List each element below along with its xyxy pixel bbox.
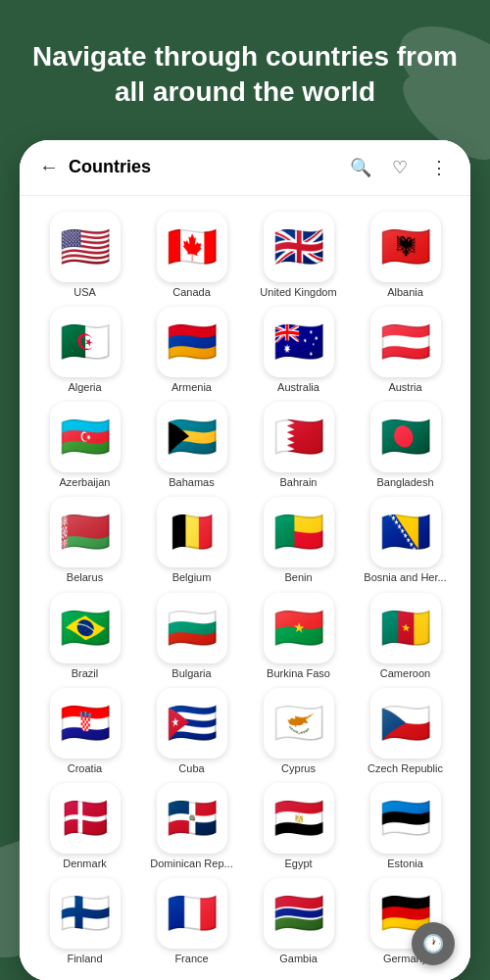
country-item[interactable]: 🇪🇪Estonia — [356, 783, 455, 870]
country-item[interactable]: 🇦🇱Albania — [356, 212, 455, 299]
country-name: Benin — [284, 571, 312, 584]
country-item[interactable]: 🇪🇬Egypt — [249, 783, 348, 870]
country-name: Gambia — [279, 953, 318, 965]
country-name: Bulgaria — [172, 667, 211, 680]
country-name: Belarus — [67, 571, 103, 584]
flag-icon: 🇧🇯 — [264, 497, 334, 567]
flag-icon: 🇬🇲 — [264, 878, 334, 949]
country-name: Belgium — [172, 571, 212, 584]
flag-icon: 🇧🇫 — [264, 593, 334, 663]
country-name: Czech Republic — [368, 762, 443, 775]
flag-icon: 🇧🇬 — [157, 593, 227, 663]
app-title: Countries — [69, 157, 349, 177]
phone-inner: ← Countries 🔍 ♡ ⋮ 🇺🇸USA🇨🇦Canada🇬🇧United … — [20, 140, 470, 980]
header-section: Navigate through countries from all arou… — [0, 0, 490, 140]
country-name: Egypt — [284, 858, 312, 870]
flag-icon: 🇩🇿 — [50, 307, 121, 377]
country-name: Albania — [387, 286, 423, 299]
flag-icon: 🇫🇷 — [157, 878, 227, 949]
country-name: Brazil — [72, 667, 99, 680]
history-icon: 🕐 — [422, 933, 444, 955]
country-item[interactable]: 🇦🇹Austria — [356, 307, 455, 394]
country-name: Burkina Faso — [267, 667, 330, 680]
phone-container: ← Countries 🔍 ♡ ⋮ 🇺🇸USA🇨🇦Canada🇬🇧United … — [20, 140, 470, 980]
back-icon[interactable]: ← — [39, 156, 59, 178]
country-item[interactable]: 🇭🇷Croatia — [35, 688, 134, 775]
flag-icon: 🇬🇧 — [264, 212, 334, 282]
country-item[interactable]: 🇧🇸Bahamas — [142, 402, 241, 489]
flag-icon: 🇨🇾 — [264, 688, 334, 759]
flag-icon: 🇧🇩 — [370, 402, 441, 472]
country-name: Cyprus — [281, 762, 316, 775]
country-item[interactable]: 🇨🇲Cameroon — [356, 593, 455, 680]
country-item[interactable]: 🇧🇪Belgium — [142, 497, 241, 584]
flag-icon: 🇧🇦 — [370, 497, 441, 567]
more-icon[interactable]: ⋮ — [427, 156, 451, 179]
flag-icon: 🇧🇾 — [50, 497, 121, 567]
country-item[interactable]: 🇧🇫Burkina Faso — [249, 593, 348, 680]
country-item[interactable]: 🇧🇯Benin — [249, 497, 348, 584]
country-item[interactable]: 🇦🇺Australia — [249, 307, 348, 394]
country-name: Azerbaijan — [60, 476, 111, 489]
flag-icon: 🇺🇸 — [50, 212, 121, 282]
flag-icon: 🇦🇱 — [370, 212, 441, 282]
country-name: Denmark — [63, 858, 107, 870]
flag-icon: 🇨🇦 — [157, 212, 227, 282]
flag-icon: 🇨🇺 — [157, 688, 227, 759]
country-name: Austria — [388, 381, 421, 394]
country-item[interactable]: 🇫🇷France — [142, 878, 241, 965]
flag-icon: 🇭🇷 — [50, 688, 121, 759]
flag-icon: 🇨🇿 — [370, 688, 441, 759]
country-item[interactable]: 🇨🇦Canada — [142, 212, 241, 299]
flag-icon: 🇧🇭 — [264, 402, 334, 472]
flag-icon: 🇦🇹 — [370, 307, 441, 377]
country-name: Canada — [172, 286, 211, 299]
country-item[interactable]: 🇦🇿Azerbaijan — [35, 402, 134, 489]
country-item[interactable]: 🇧🇭Bahrain — [249, 402, 348, 489]
country-item[interactable]: 🇩🇴Dominican Rep... — [142, 783, 241, 870]
flag-icon: 🇨🇲 — [370, 593, 441, 663]
country-item[interactable]: 🇧🇦Bosnia and Her... — [356, 497, 455, 584]
flag-icon: 🇧🇪 — [157, 497, 227, 567]
flag-icon: 🇦🇲 — [157, 307, 227, 377]
country-name: Estonia — [387, 858, 423, 870]
flag-icon: 🇪🇬 — [264, 783, 334, 854]
country-name: Croatia — [68, 762, 102, 775]
flag-icon: 🇩🇰 — [50, 783, 121, 854]
country-name: France — [174, 953, 208, 965]
country-item[interactable]: 🇩🇿Algeria — [35, 307, 134, 394]
country-item[interactable]: 🇺🇸USA — [35, 212, 134, 299]
heart-icon[interactable]: ♡ — [388, 156, 412, 179]
country-item[interactable]: 🇧🇬Bulgaria — [142, 593, 241, 680]
country-item[interactable]: 🇨🇿Czech Republic — [356, 688, 455, 775]
header-icons: 🔍 ♡ ⋮ — [349, 156, 451, 179]
country-item[interactable]: 🇦🇲Armenia — [142, 307, 241, 394]
country-name: Armenia — [172, 381, 212, 394]
country-item[interactable]: 🇩🇰Denmark — [35, 783, 134, 870]
flag-icon: 🇦🇺 — [264, 307, 334, 377]
country-item[interactable]: 🇬🇲Gambia — [249, 878, 348, 965]
flag-icon: 🇩🇴 — [157, 783, 227, 854]
country-item[interactable]: 🇬🇧United Kingdom — [249, 212, 348, 299]
country-item[interactable]: 🇧🇩Bangladesh — [356, 402, 455, 489]
search-icon[interactable]: 🔍 — [349, 156, 372, 179]
country-name: Bahamas — [169, 476, 214, 489]
fab-button[interactable]: 🕐 — [412, 922, 455, 965]
country-item[interactable]: 🇧🇾Belarus — [35, 497, 134, 584]
country-item[interactable]: 🇨🇾Cyprus — [249, 688, 348, 775]
country-name: USA — [74, 286, 96, 299]
country-name: Finland — [67, 953, 102, 965]
country-item[interactable]: 🇫🇮Finland — [35, 878, 134, 965]
page-title: Navigate through countries from all arou… — [29, 39, 461, 111]
country-name: Cameroon — [380, 667, 430, 680]
flag-icon: 🇪🇪 — [370, 783, 441, 854]
country-item[interactable]: 🇨🇺Cuba — [142, 688, 241, 775]
country-item[interactable]: 🇧🇷Brazil — [35, 593, 134, 680]
country-name: Bosnia and Her... — [364, 571, 446, 584]
app-header: ← Countries 🔍 ♡ ⋮ — [20, 140, 470, 196]
country-name: United Kingdom — [260, 286, 336, 299]
flag-icon: 🇧🇸 — [157, 402, 227, 472]
country-name: Bahrain — [280, 476, 318, 489]
countries-grid: 🇺🇸USA🇨🇦Canada🇬🇧United Kingdom🇦🇱Albania🇩🇿… — [20, 196, 470, 980]
country-name: Dominican Rep... — [150, 858, 232, 870]
